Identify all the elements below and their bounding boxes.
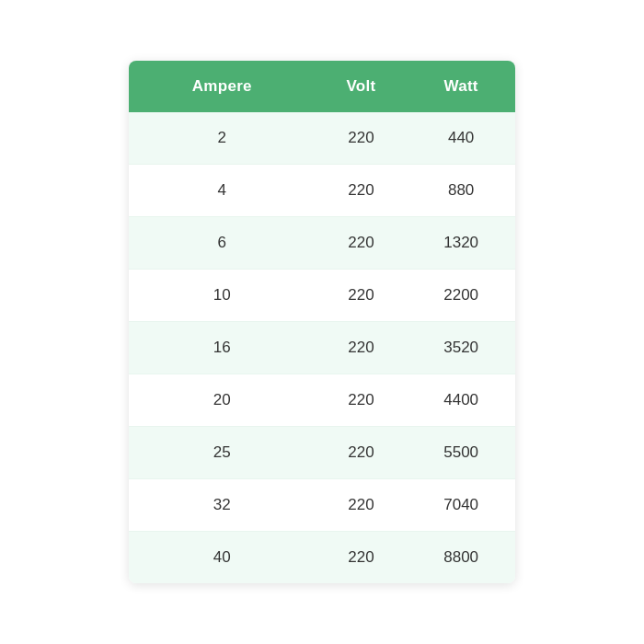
cell-volt: 220 (316, 479, 408, 532)
table-body: 2220440422088062201320102202200162203520… (129, 112, 515, 583)
table-header-row: Ampere Volt Watt (129, 61, 515, 112)
cell-ampere: 6 (129, 217, 316, 270)
cell-volt: 220 (316, 427, 408, 479)
cell-ampere: 2 (129, 112, 316, 165)
table-row: 162203520 (129, 322, 515, 374)
table-row: 102202200 (129, 270, 515, 322)
header-volt: Volt (316, 61, 408, 112)
table-row: 202204400 (129, 374, 515, 427)
cell-watt: 4400 (407, 374, 515, 427)
table-row: 322207040 (129, 479, 515, 532)
cell-ampere: 25 (129, 427, 316, 479)
cell-watt: 8800 (407, 532, 515, 584)
cell-watt: 5500 (407, 427, 515, 479)
cell-ampere: 10 (129, 270, 316, 322)
cell-volt: 220 (316, 374, 408, 427)
cell-ampere: 32 (129, 479, 316, 532)
table-row: 252205500 (129, 427, 515, 479)
cell-volt: 220 (316, 217, 408, 270)
ampere-volt-watt-table: Ampere Volt Watt 22204404220880622013201… (129, 61, 515, 583)
cell-watt: 3520 (407, 322, 515, 374)
cell-ampere: 16 (129, 322, 316, 374)
cell-ampere: 20 (129, 374, 316, 427)
cell-watt: 2200 (407, 270, 515, 322)
header-ampere: Ampere (129, 61, 316, 112)
cell-volt: 220 (316, 322, 408, 374)
cell-volt: 220 (316, 270, 408, 322)
cell-ampere: 40 (129, 532, 316, 584)
cell-watt: 7040 (407, 479, 515, 532)
cell-watt: 1320 (407, 217, 515, 270)
cell-watt: 880 (407, 165, 515, 217)
cell-volt: 220 (316, 165, 408, 217)
cell-ampere: 4 (129, 165, 316, 217)
table-row: 4220880 (129, 165, 515, 217)
header-watt: Watt (407, 61, 515, 112)
table-row: 402208800 (129, 532, 515, 584)
table-row: 2220440 (129, 112, 515, 165)
cell-watt: 440 (407, 112, 515, 165)
main-table-container: Ampere Volt Watt 22204404220880622013201… (129, 61, 515, 583)
table-row: 62201320 (129, 217, 515, 270)
cell-volt: 220 (316, 112, 408, 165)
cell-volt: 220 (316, 532, 408, 584)
